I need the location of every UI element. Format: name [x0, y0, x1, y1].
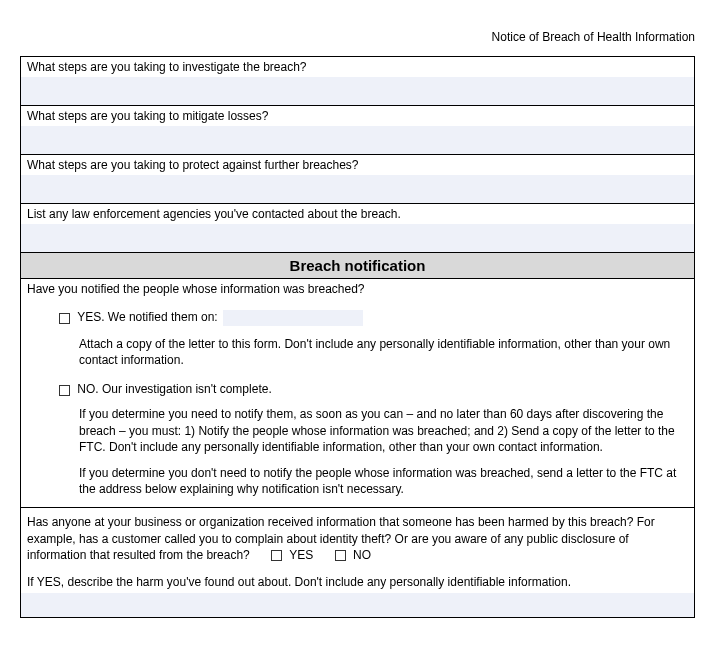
notify-no-row: NO. Our investigation isn't complete.	[27, 382, 688, 396]
input-notify-date[interactable]	[223, 310, 363, 326]
label-agencies: List any law enforcement agencies you've…	[21, 204, 694, 224]
notify-no-label: NO. Our investigation isn't complete.	[77, 382, 271, 396]
label-investigate: What steps are you taking to investigate…	[21, 57, 694, 77]
input-mitigate[interactable]	[21, 126, 694, 154]
row-investigate: What steps are you taking to investigate…	[21, 57, 694, 106]
input-protect[interactable]	[21, 175, 694, 203]
input-agencies[interactable]	[21, 224, 694, 252]
notify-no-note2: If you determine you don't need to notif…	[27, 465, 688, 497]
notify-yes-row: YES. We notified them on:	[27, 310, 688, 326]
notify-yes-label: YES. We notified them on:	[77, 310, 218, 324]
section-header-breach-notification: Breach notification	[21, 253, 694, 279]
input-investigate[interactable]	[21, 77, 694, 105]
notify-no-note1: If you determine you need to notify them…	[27, 406, 688, 455]
page-title: Notice of Breach of Health Information	[0, 0, 715, 56]
row-agencies: List any law enforcement agencies you've…	[21, 204, 694, 253]
label-mitigate: What steps are you taking to mitigate lo…	[21, 106, 694, 126]
harm-no-label: NO	[353, 548, 371, 562]
checkbox-notify-no[interactable]	[59, 385, 70, 396]
row-mitigate: What steps are you taking to mitigate lo…	[21, 106, 694, 155]
label-protect: What steps are you taking to protect aga…	[21, 155, 694, 175]
harm-question-block: Has anyone at your business or organizat…	[27, 514, 688, 563]
harm-yes-label: YES	[289, 548, 313, 562]
checkbox-harm-yes[interactable]	[271, 550, 282, 561]
harm-section: Has anyone at your business or organizat…	[21, 508, 694, 617]
notify-question: Have you notified the people whose infor…	[27, 282, 688, 296]
notification-section: Have you notified the people whose infor…	[21, 279, 694, 508]
checkbox-harm-no[interactable]	[335, 550, 346, 561]
harm-yesno: YES NO	[271, 547, 389, 563]
form-container: What steps are you taking to investigate…	[20, 56, 695, 618]
input-harm-describe[interactable]	[21, 593, 694, 617]
harm-describe-label: If YES, describe the harm you've found o…	[27, 575, 688, 591]
checkbox-notify-yes[interactable]	[59, 313, 70, 324]
notify-yes-note: Attach a copy of the letter to this form…	[27, 336, 688, 368]
row-protect: What steps are you taking to protect aga…	[21, 155, 694, 204]
